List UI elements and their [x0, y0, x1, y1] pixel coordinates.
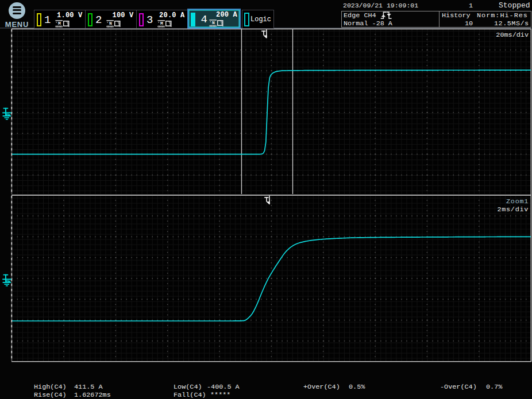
svg-text:N: N [109, 21, 112, 26]
svg-text:M: M [58, 21, 61, 26]
svg-text:N: N [212, 20, 215, 25]
svg-text:M: M [160, 21, 163, 26]
